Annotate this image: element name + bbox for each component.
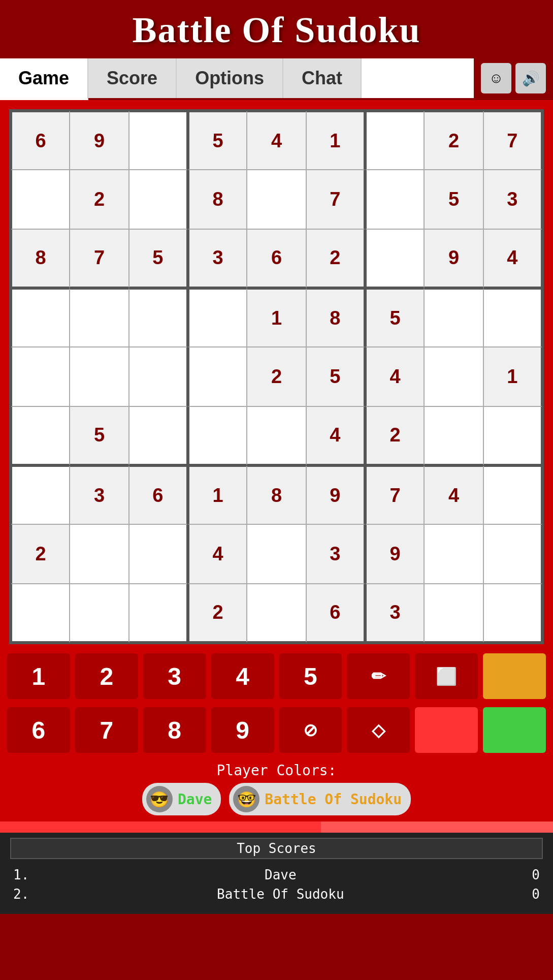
sudoku-cell[interactable]: 4 [424, 465, 483, 524]
sudoku-cell[interactable] [247, 584, 306, 643]
sudoku-cell[interactable] [483, 406, 542, 465]
sudoku-cell[interactable]: 8 [11, 229, 70, 288]
sudoku-cell[interactable] [424, 524, 483, 583]
sudoku-cell[interactable]: 2 [11, 524, 70, 583]
numpad-2[interactable]: 2 [75, 653, 138, 699]
sudoku-cell[interactable]: 1 [188, 465, 247, 524]
sudoku-cell[interactable]: 4 [306, 406, 365, 465]
sudoku-cell[interactable] [129, 111, 188, 170]
smiley-icon-button[interactable]: ☺ [481, 63, 511, 93]
sudoku-cell[interactable]: 7 [365, 465, 424, 524]
sudoku-cell[interactable]: 3 [365, 584, 424, 643]
sudoku-cell[interactable] [188, 347, 247, 406]
sudoku-cell[interactable] [247, 170, 306, 229]
sudoku-cell[interactable]: 8 [306, 288, 365, 347]
sudoku-cell[interactable] [129, 524, 188, 583]
sudoku-cell[interactable]: 5 [306, 347, 365, 406]
sudoku-cell[interactable]: 9 [306, 465, 365, 524]
numpad-7[interactable]: 7 [75, 707, 138, 753]
sudoku-cell[interactable] [129, 584, 188, 643]
sudoku-cell[interactable] [11, 584, 70, 643]
sudoku-cell[interactable]: 3 [188, 229, 247, 288]
sudoku-cell[interactable]: 6 [11, 111, 70, 170]
sudoku-cell[interactable]: 5 [70, 406, 128, 465]
sudoku-cell[interactable] [70, 584, 128, 643]
sudoku-cell[interactable]: 6 [129, 465, 188, 524]
sudoku-cell[interactable] [11, 288, 70, 347]
sudoku-cell[interactable] [365, 229, 424, 288]
tab-score[interactable]: Score [88, 58, 177, 98]
numpad-6[interactable]: 6 [7, 707, 70, 753]
sudoku-cell[interactable] [70, 288, 128, 347]
sudoku-cell[interactable]: 7 [306, 170, 365, 229]
sudoku-cell[interactable]: 5 [365, 288, 424, 347]
sudoku-cell[interactable]: 4 [483, 229, 542, 288]
sudoku-cell[interactable]: 5 [424, 170, 483, 229]
sudoku-cell[interactable] [129, 170, 188, 229]
sudoku-cell[interactable]: 4 [247, 111, 306, 170]
sudoku-cell[interactable]: 5 [129, 229, 188, 288]
sudoku-cell[interactable] [483, 288, 542, 347]
no-button[interactable]: ⊘ [279, 707, 342, 753]
sudoku-cell[interactable] [11, 170, 70, 229]
sudoku-cell[interactable] [247, 524, 306, 583]
sudoku-cell[interactable]: 1 [247, 288, 306, 347]
numpad-9[interactable]: 9 [211, 707, 274, 753]
sudoku-cell[interactable] [483, 584, 542, 643]
sudoku-cell[interactable] [247, 406, 306, 465]
sudoku-cell[interactable] [188, 406, 247, 465]
numpad-5[interactable]: 5 [279, 653, 342, 699]
numpad-4[interactable]: 4 [211, 653, 274, 699]
sudoku-cell[interactable] [70, 347, 128, 406]
sudoku-cell[interactable] [11, 406, 70, 465]
sudoku-cell[interactable]: 2 [424, 111, 483, 170]
sudoku-cell[interactable]: 4 [365, 347, 424, 406]
sudoku-cell[interactable]: 5 [188, 111, 247, 170]
sudoku-cell[interactable] [11, 465, 70, 524]
sudoku-cell[interactable]: 6 [306, 584, 365, 643]
fill-button[interactable]: ◇ [347, 707, 410, 753]
sudoku-cell[interactable]: 1 [483, 347, 542, 406]
numpad-3[interactable]: 3 [143, 653, 206, 699]
tab-options[interactable]: Options [177, 58, 283, 98]
sudoku-cell[interactable] [129, 406, 188, 465]
sudoku-cell[interactable]: 3 [306, 524, 365, 583]
sudoku-cell[interactable] [424, 347, 483, 406]
sudoku-cell[interactable]: 9 [424, 229, 483, 288]
sudoku-cell[interactable]: 2 [188, 584, 247, 643]
sudoku-cell[interactable] [483, 465, 542, 524]
sudoku-cell[interactable]: 2 [70, 170, 128, 229]
sudoku-cell[interactable] [365, 111, 424, 170]
sudoku-cell[interactable]: 9 [365, 524, 424, 583]
pencil-button[interactable]: ✏ [347, 653, 410, 699]
sudoku-cell[interactable]: 7 [70, 229, 128, 288]
square-button[interactable]: ⬜ [415, 653, 478, 699]
sudoku-cell[interactable]: 2 [365, 406, 424, 465]
sudoku-cell[interactable]: 7 [483, 111, 542, 170]
sudoku-cell[interactable] [424, 584, 483, 643]
black-color-button[interactable] [415, 707, 478, 753]
sudoku-cell[interactable]: 9 [70, 111, 128, 170]
orange-color-button[interactable] [483, 653, 546, 699]
tab-game[interactable]: Game [0, 58, 88, 100]
sudoku-cell[interactable]: 8 [247, 465, 306, 524]
sudoku-cell[interactable]: 3 [70, 465, 128, 524]
tab-chat[interactable]: Chat [283, 58, 362, 98]
sudoku-cell[interactable]: 1 [306, 111, 365, 170]
sudoku-cell[interactable] [129, 347, 188, 406]
green-color-button[interactable] [483, 707, 546, 753]
sudoku-cell[interactable]: 2 [247, 347, 306, 406]
sudoku-cell[interactable] [188, 288, 247, 347]
sudoku-cell[interactable]: 8 [188, 170, 247, 229]
sudoku-cell[interactable]: 6 [247, 229, 306, 288]
sudoku-cell[interactable] [424, 406, 483, 465]
sudoku-cell[interactable] [483, 524, 542, 583]
sudoku-cell[interactable] [365, 170, 424, 229]
sudoku-cell[interactable] [11, 347, 70, 406]
sudoku-cell[interactable]: 3 [483, 170, 542, 229]
numpad-1[interactable]: 1 [7, 653, 70, 699]
sound-icon-button[interactable]: 🔊 [515, 63, 546, 93]
sudoku-cell[interactable] [129, 288, 188, 347]
numpad-8[interactable]: 8 [143, 707, 206, 753]
sudoku-cell[interactable]: 2 [306, 229, 365, 288]
